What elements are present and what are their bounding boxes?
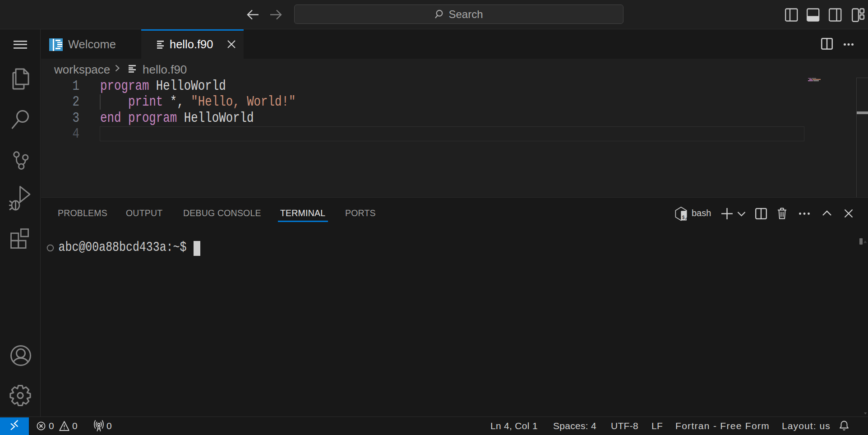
svg-text:$,: $, [682,215,688,220]
